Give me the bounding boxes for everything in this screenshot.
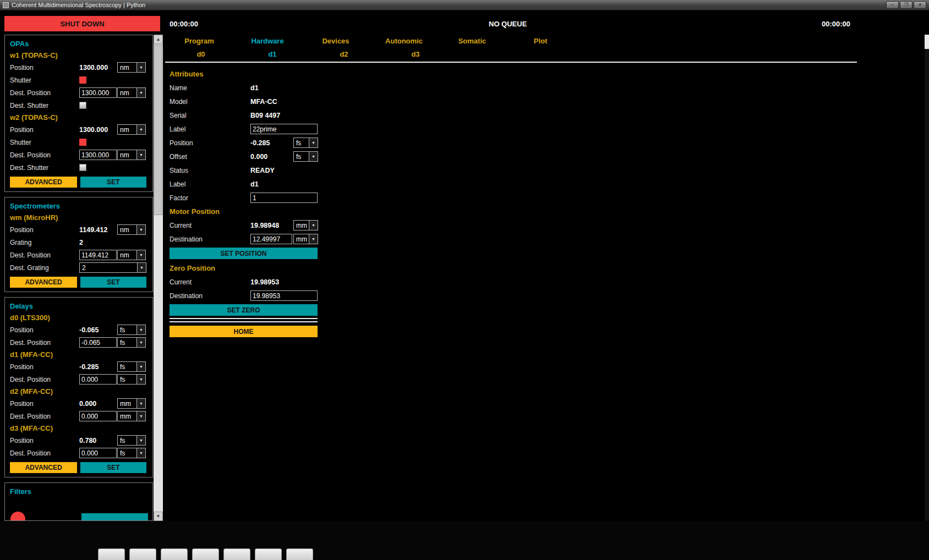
opas-buttons: ADVANCED SET (10, 177, 147, 188)
tab-autonomic[interactable]: Autonomic (370, 37, 438, 45)
scrollbar-thumb[interactable] (154, 45, 162, 215)
windows-taskbar (0, 521, 929, 560)
sidebar-scrollbar[interactable]: ▲ ▼ (154, 35, 163, 521)
tab-plot[interactable]: Plot (506, 37, 575, 45)
close-button[interactable]: ✕ (914, 1, 926, 9)
chevron-down-icon: ▼ (309, 234, 318, 244)
motor-destination-units-dropdown[interactable]: mm ▼ (293, 234, 318, 244)
tab-hardware[interactable]: Hardware (233, 37, 302, 45)
tab-devices[interactable]: Devices (302, 37, 370, 45)
set-zero-button[interactable]: SET ZERO (170, 304, 318, 316)
taskbar-button[interactable] (286, 548, 313, 560)
zero-destination-input[interactable] (250, 290, 318, 301)
wm-dest-units-dropdown[interactable]: nm ▼ (117, 250, 146, 260)
home-button[interactable]: HOME (170, 326, 318, 337)
w2-dest-units-dropdown[interactable]: nm ▼ (117, 150, 146, 160)
position-label: Position (10, 326, 79, 334)
scroll-down-icon[interactable]: ▼ (154, 512, 163, 521)
spectrometers-set-button[interactable]: SET (80, 277, 146, 288)
subtab-d2[interactable]: d2 (308, 50, 380, 58)
d2-units-dropdown[interactable]: mm ▼ (117, 398, 146, 409)
w1-dest-units-value: nm (118, 88, 136, 97)
wm-position-row: Position 1149.412 nm ▼ (10, 223, 147, 236)
d3-units-dropdown[interactable]: fs ▼ (117, 435, 146, 446)
factor-label: Factor (170, 194, 250, 202)
taskbar-button[interactable] (161, 548, 188, 560)
opas-advanced-button[interactable]: ADVANCED (10, 177, 77, 188)
set-position-button[interactable]: SET POSITION (170, 248, 318, 259)
w1-dest-shutter-checkbox[interactable] (79, 102, 86, 109)
status-row: Status READY (170, 163, 506, 177)
opas-set-button[interactable]: SET (80, 177, 146, 188)
minimize-button[interactable]: ─ (886, 1, 899, 9)
chevron-down-icon: ▼ (136, 63, 145, 72)
d0-dest-units-value: fs (118, 338, 136, 347)
dest-position-label: Dest. Position (10, 151, 79, 159)
position-units-dropdown[interactable]: fs ▼ (293, 138, 318, 148)
d3-dest-position-input[interactable] (79, 448, 117, 458)
wm-dest-position-input[interactable] (79, 250, 117, 260)
w2-dest-position-input[interactable] (79, 150, 117, 160)
subtab-d1[interactable]: d1 (237, 50, 308, 58)
scrollbar-thumb[interactable] (925, 35, 929, 49)
serial-label: Serial (170, 112, 250, 119)
chevron-down-icon: ▼ (136, 436, 145, 445)
separator-line (170, 318, 318, 319)
d0-dest-position-input[interactable] (79, 337, 117, 348)
d2-units-value: mm (118, 399, 136, 408)
spectrometers-advanced-button[interactable]: ADVANCED (10, 277, 77, 288)
header-bar: SHUT DOWN 00:00:00 NO QUEUE 00:00:00 (0, 10, 929, 35)
d1-units-dropdown[interactable]: fs ▼ (117, 361, 146, 372)
wm-units-dropdown[interactable]: nm ▼ (117, 224, 146, 235)
taskbar-button[interactable] (255, 548, 282, 560)
d2-dest-units-dropdown[interactable]: mm ▼ (117, 411, 146, 421)
scroll-up-icon[interactable]: ▲ (154, 35, 163, 44)
d3-dest-units-dropdown[interactable]: fs ▼ (117, 448, 146, 458)
d0-units-dropdown[interactable]: fs ▼ (117, 325, 146, 335)
w1-units-dropdown[interactable]: nm ▼ (117, 62, 146, 73)
chevron-down-icon: ▼ (137, 263, 146, 272)
subtab-d0[interactable]: d0 (165, 50, 237, 58)
wm-dest-grating-value: 2 (80, 263, 137, 272)
position-label: Position (10, 126, 79, 134)
delays-advanced-button[interactable]: ADVANCED (10, 462, 77, 473)
d2-dest-position-input[interactable] (79, 411, 117, 421)
taskbar-button[interactable] (192, 548, 219, 560)
d1-dest-position-input[interactable] (79, 374, 117, 385)
filters-set-button[interactable] (81, 513, 148, 521)
dest-position-label: Dest. Position (10, 89, 79, 97)
wm-dest-grating-dropdown[interactable]: 2 ▼ (79, 262, 146, 273)
d3-header: d3 (MFA-CC) (10, 422, 147, 434)
chevron-down-icon: ▼ (309, 152, 318, 161)
taskbar-button[interactable] (223, 548, 250, 560)
main-scrollbar[interactable] (925, 35, 929, 521)
d1-dest-units-dropdown[interactable]: fs ▼ (117, 374, 146, 385)
w2-units-dropdown[interactable]: nm ▼ (117, 124, 146, 135)
label-input[interactable] (250, 124, 318, 134)
d3-units-value: fs (118, 436, 136, 445)
d0-dest-units-dropdown[interactable]: fs ▼ (117, 337, 146, 348)
zero-position-title: Zero Position (170, 261, 506, 275)
w2-dest-position-row: Dest. Position nm ▼ (10, 149, 147, 161)
factor-input[interactable] (250, 193, 318, 203)
position-label: Position (10, 363, 79, 371)
tab-somatic[interactable]: Somatic (438, 37, 506, 45)
position-value: -0.285 (250, 139, 293, 147)
taskbar-button[interactable] (98, 548, 125, 560)
w1-dest-units-dropdown[interactable]: nm ▼ (117, 87, 146, 98)
tab-program[interactable]: Program (165, 37, 233, 45)
d1-units-value: fs (118, 362, 136, 371)
motor-destination-input[interactable] (250, 234, 292, 244)
sidebar-content: OPAs w1 (TOPAS-C) Position 1300.000 nm ▼… (4, 35, 153, 521)
delays-set-button[interactable]: SET (80, 462, 146, 473)
subtab-d3[interactable]: d3 (380, 50, 451, 58)
w2-dest-shutter-checkbox[interactable] (79, 164, 86, 171)
taskbar-button[interactable] (129, 548, 156, 560)
shutdown-button[interactable]: SHUT DOWN (4, 16, 160, 31)
motor-current-units-dropdown[interactable]: mm ▼ (293, 220, 318, 230)
maximize-button[interactable]: ❐ (900, 1, 912, 9)
w1-dest-position-input[interactable] (79, 87, 117, 98)
status-value: READY (250, 167, 275, 174)
label-label: Label (170, 180, 250, 188)
offset-units-dropdown[interactable]: fs ▼ (293, 151, 318, 162)
